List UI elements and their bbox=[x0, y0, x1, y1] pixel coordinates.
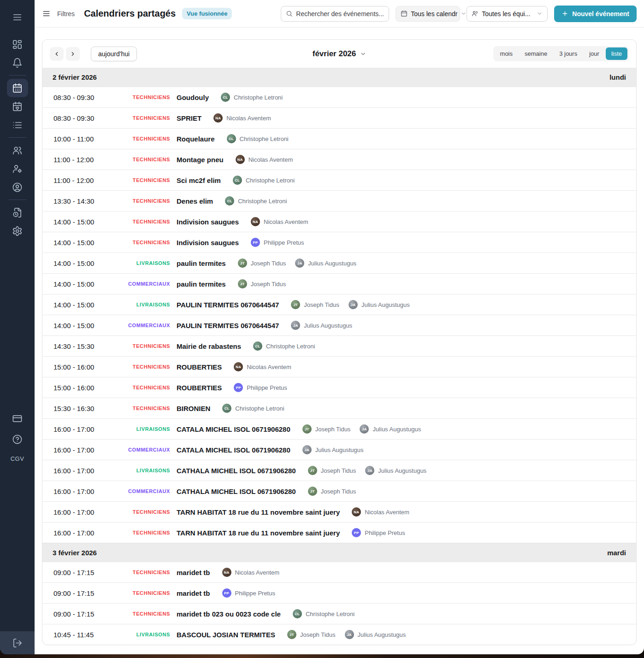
attendee-name: Christophe Letroni bbox=[238, 198, 287, 205]
view-button-semaine[interactable]: semaine bbox=[519, 47, 553, 60]
sidebar-item-billing[interactable] bbox=[7, 410, 28, 428]
user-circle-icon bbox=[12, 182, 23, 193]
event-row[interactable]: 11:00 - 12:00TECHNICIENSMontage pneuNANi… bbox=[42, 149, 636, 170]
view-button-liste[interactable]: liste bbox=[606, 47, 627, 60]
avatar: CL bbox=[222, 404, 231, 413]
attendee: JTJoseph Tidus bbox=[238, 279, 286, 288]
attendee-list: PPPhilippe Pretus bbox=[352, 528, 405, 537]
sidebar-item-history[interactable] bbox=[7, 203, 28, 222]
attendee-name: Christophe Letroni bbox=[266, 343, 315, 350]
attendee-name: Nicolas Aventem bbox=[248, 156, 293, 163]
event-row[interactable]: 09:00 - 17:15TECHNICIENSmaridet tbPPPhil… bbox=[42, 582, 636, 603]
sidebar-item-settings[interactable] bbox=[7, 222, 28, 240]
sidebar-item-help[interactable] bbox=[7, 430, 28, 449]
attendee-name: Nicolas Aventem bbox=[235, 569, 280, 576]
event-row[interactable]: 11:00 - 12:00TECHNICIENSSci mc2f elimCLC… bbox=[42, 170, 636, 190]
merged-view-badge: Vue fusionnée bbox=[182, 8, 232, 19]
new-event-button[interactable]: Nouvel événement bbox=[554, 6, 637, 22]
event-row[interactable]: 10:45 - 11:45LIVRAISONSBASCOUL JOSIAN TE… bbox=[42, 624, 636, 645]
event-row[interactable]: 15:30 - 16:30TECHNICIENSBIRONIENCLChrist… bbox=[42, 398, 636, 418]
logout-button[interactable] bbox=[7, 634, 28, 652]
event-row[interactable]: 14:00 - 15:00TECHNICIENSIndivision saugu… bbox=[42, 211, 636, 232]
sidebar-item-calendar[interactable] bbox=[7, 79, 28, 97]
event-time: 14:30 - 15:30 bbox=[53, 342, 126, 350]
attendee-name: Julius Augustugus bbox=[315, 446, 364, 453]
team-filter-dropdown[interactable]: Toutes les équi... bbox=[467, 6, 548, 22]
event-category: TECHNICIENS bbox=[126, 177, 170, 183]
event-row[interactable]: 08:30 - 09:30TECHNICIENSGoudoulyCLChrist… bbox=[42, 87, 636, 107]
period-selector[interactable]: février 2026 bbox=[313, 49, 366, 59]
event-row[interactable]: 08:30 - 09:30TECHNICIENSSPRIETNANicolas … bbox=[42, 107, 636, 128]
event-time: 16:00 - 17:00 bbox=[53, 467, 126, 475]
event-row[interactable]: 10:00 - 11:00TECHNICIENSRoquelaureCLChri… bbox=[42, 128, 636, 149]
avatar: PP bbox=[234, 383, 243, 392]
sidebar-item-users[interactable] bbox=[7, 141, 28, 159]
event-category: LIVRAISONS bbox=[126, 260, 170, 266]
event-title: paulin termites bbox=[177, 259, 226, 267]
view-button-mois[interactable]: mois bbox=[495, 47, 518, 60]
attendee-name: Christophe Letroni bbox=[240, 135, 289, 142]
event-category: COMMERCIAUX bbox=[126, 281, 170, 287]
event-row[interactable]: 15:00 - 16:00TECHNICIENSROUBERTIESNANico… bbox=[42, 356, 636, 377]
event-row[interactable]: 09:00 - 17:15TECHNICIENSmaridet tbNANico… bbox=[42, 562, 636, 582]
attendee-name: Nicolas Aventem bbox=[365, 509, 409, 516]
event-category: TECHNICIENS bbox=[126, 219, 170, 224]
event-row[interactable]: 14:00 - 15:00TECHNICIENSIndivision saugu… bbox=[42, 232, 636, 253]
sidebar-item-calendar-heart[interactable] bbox=[7, 97, 28, 116]
view-button-jour[interactable]: jour bbox=[584, 47, 605, 60]
plus-icon bbox=[561, 10, 568, 17]
event-row[interactable]: 09:00 - 17:15TECHNICIENSmaridet tb 023 o… bbox=[42, 603, 636, 624]
attendee-list: CLChristophe Letroni bbox=[221, 93, 283, 102]
dashboard-icon bbox=[12, 39, 23, 50]
attendee-list: PPPhilippe Pretus bbox=[234, 383, 287, 392]
avatar: NA bbox=[222, 568, 231, 577]
event-row[interactable]: 14:00 - 15:00LIVRAISONSpaulin termitesJT… bbox=[42, 253, 636, 273]
attendee-name: Julius Augustugus bbox=[372, 426, 421, 433]
view-button-3-jours[interactable]: 3 jours bbox=[554, 47, 583, 60]
attendee: CLChristophe Letroni bbox=[225, 196, 287, 206]
sidebar-item-list[interactable] bbox=[7, 116, 28, 134]
attendee: JTJoseph Tidus bbox=[308, 487, 356, 496]
today-button[interactable]: aujourd'hui bbox=[91, 47, 137, 61]
attendee: JTJoseph Tidus bbox=[287, 630, 336, 639]
date-header: 3 février 2026mardi bbox=[42, 543, 636, 562]
topbar-actions: Tous les calendr Toutes les équi... Nouv… bbox=[281, 6, 637, 22]
event-row[interactable]: 16:00 - 17:00COMMERCIAUXCATALA MICHEL IS… bbox=[42, 439, 636, 460]
event-row[interactable]: 16:00 - 17:00COMMERCIAUXCATHALA MICHEL I… bbox=[42, 481, 636, 501]
search-input[interactable] bbox=[296, 10, 384, 18]
event-row[interactable]: 16:00 - 17:00TECHNICIENSTARN HABITAT 18 … bbox=[42, 522, 636, 543]
search-box[interactable] bbox=[281, 6, 389, 22]
sidebar-item-profile[interactable] bbox=[7, 178, 28, 196]
avatar: JT bbox=[291, 300, 300, 309]
event-row[interactable]: 16:00 - 17:00LIVRAISONSCATALA MICHEL ISO… bbox=[42, 418, 636, 439]
event-row[interactable]: 14:00 - 15:00COMMERCIAUXPAULIN TERMITES … bbox=[42, 315, 636, 335]
attendee-list: JAJulius Augustugus bbox=[302, 445, 364, 454]
menu-icon[interactable] bbox=[7, 8, 28, 26]
event-time: 16:00 - 17:00 bbox=[53, 425, 126, 433]
cgv-label[interactable]: CGV bbox=[11, 455, 24, 462]
event-row[interactable]: 14:00 - 15:00LIVRAISONSPAULIN TERMITES 0… bbox=[42, 294, 636, 315]
calendar-filter-dropdown[interactable]: Tous les calendr bbox=[396, 6, 460, 22]
event-row[interactable]: 16:00 - 17:00TECHNICIENSTARN HABITAT 18 … bbox=[42, 501, 636, 522]
filters-menu-icon[interactable] bbox=[42, 9, 51, 18]
event-time: 10:00 - 11:00 bbox=[53, 135, 126, 143]
event-row[interactable]: 15:00 - 16:00TECHNICIENSROUBERTIESPPPhil… bbox=[42, 377, 636, 398]
event-row[interactable]: 13:30 - 14:30TECHNICIENSDenes elimCLChri… bbox=[42, 190, 636, 211]
attendee: JAJulius Augustugus bbox=[345, 630, 406, 639]
users-icon bbox=[12, 145, 23, 156]
event-category: TECHNICIENS bbox=[126, 385, 170, 390]
event-row[interactable]: 14:00 - 15:00COMMERCIAUXpaulin termitesJ… bbox=[42, 273, 636, 294]
prev-button[interactable] bbox=[50, 47, 64, 61]
event-row[interactable]: 14:30 - 15:30TECHNICIENSMairie de rabast… bbox=[42, 335, 636, 356]
event-category: TECHNICIENS bbox=[126, 364, 170, 370]
attendee: JTJoseph Tidus bbox=[302, 424, 351, 434]
event-title: PAULIN TERMITES 0670644547 bbox=[177, 322, 279, 329]
sidebar-item-notifications[interactable] bbox=[7, 53, 28, 72]
sidebar-item-user-settings[interactable] bbox=[7, 159, 28, 178]
filters-label[interactable]: Filtres bbox=[57, 10, 75, 18]
attendee: NANicolas Aventem bbox=[234, 362, 291, 371]
next-button[interactable] bbox=[66, 47, 80, 61]
sidebar-item-dashboard[interactable] bbox=[7, 35, 28, 53]
event-row[interactable]: 16:00 - 17:00LIVRAISONSCATHALA MICHEL IS… bbox=[42, 460, 636, 481]
event-time: 16:00 - 17:00 bbox=[53, 488, 126, 495]
